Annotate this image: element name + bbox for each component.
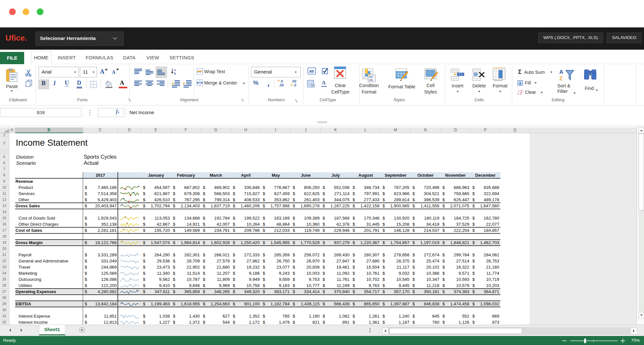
svg-text:A: A xyxy=(559,69,563,75)
svg-text:=>: => xyxy=(369,78,373,82)
svg-text:ab: ab xyxy=(309,69,314,74)
svg-text:Z: Z xyxy=(559,75,563,82)
svg-text:b: b xyxy=(174,72,176,75)
svg-text:.0: .0 xyxy=(293,83,296,87)
svg-text:.00: .00 xyxy=(279,83,284,87)
svg-text:a: a xyxy=(174,68,176,72)
svg-text:.0: .0 xyxy=(280,79,283,83)
svg-text:.00: .00 xyxy=(291,79,296,83)
